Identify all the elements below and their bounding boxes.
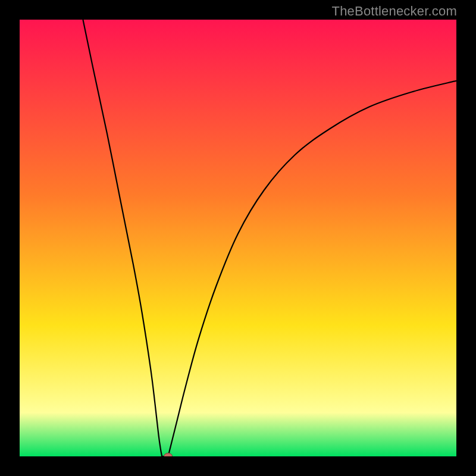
watermark-text: TheBottlenecker.com <box>332 4 457 19</box>
chart-frame <box>20 20 456 456</box>
gradient-background <box>20 20 456 456</box>
chart-svg <box>20 20 456 456</box>
